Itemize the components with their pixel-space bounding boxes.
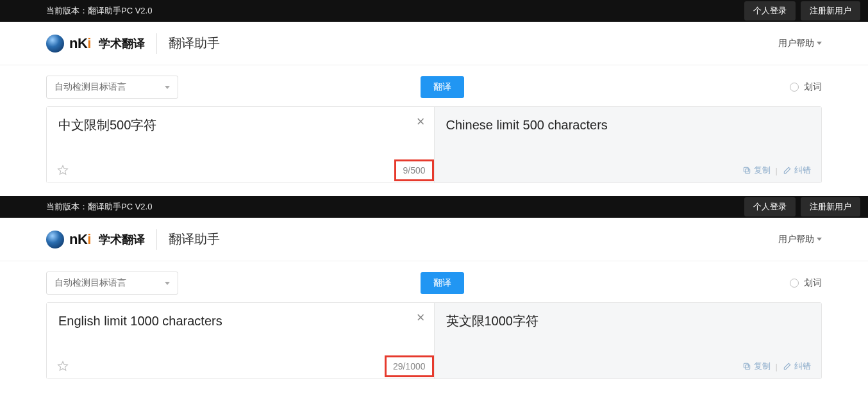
globe-icon [46,231,64,248]
translate-button[interactable]: 翻译 [421,76,464,98]
result-panel: Chinese limit 500 characters 复制 | 纠错 [435,107,822,183]
language-select[interactable]: 自动检测目标语言 [46,76,178,99]
logo-subtitle: 学术翻译 [99,36,145,51]
radio-icon [790,279,799,288]
result-text: 英文限1000字符 [446,312,810,330]
svg-rect-1 [744,167,748,172]
clear-button[interactable]: × [417,311,425,325]
controls-row: 自动检测目标语言 翻译 划词 [46,272,822,295]
copy-icon [742,166,751,175]
language-select[interactable]: 自动检测目标语言 [46,272,178,295]
translate-button[interactable]: 翻译 [421,272,464,294]
edit-icon [783,166,792,175]
edit-icon [783,362,792,371]
app-title: 翻译助手 [169,35,220,52]
result-actions: 复制 | 纠错 [742,361,811,372]
workarea: 自动检测目标语言 翻译 划词 English limit 1000 charac… [0,261,868,392]
copy-button[interactable]: 复制 [742,361,771,372]
workarea: 自动检测目标语言 翻译 划词 中文限制500字符 × 9/500 Chinese… [0,65,868,196]
top-bar: 当前版本：翻译助手PC V2.0 个人登录 注册新用户 [0,196,868,218]
selection-word-toggle[interactable]: 划词 [790,81,822,93]
favorite-star-icon[interactable] [57,165,69,176]
app-title: 翻译助手 [169,231,220,248]
svg-rect-0 [745,169,749,174]
user-help-menu[interactable]: 用户帮助 [778,234,822,245]
clear-button[interactable]: × [417,115,425,129]
char-counter: 9/500 [394,159,433,181]
source-panel[interactable]: English limit 1000 characters × 29/1000 [47,303,435,378]
logo-text: nKi [69,231,91,248]
chevron-down-icon [165,86,170,89]
svg-rect-2 [745,365,749,370]
translation-panels: English limit 1000 characters × 29/1000 … [46,302,822,379]
logo[interactable]: nKi 学术翻译 [46,35,145,53]
translation-panels: 中文限制500字符 × 9/500 Chinese limit 500 char… [46,106,822,183]
register-button[interactable]: 注册新用户 [801,1,860,20]
login-button[interactable]: 个人登录 [744,1,796,20]
separator: | [776,166,778,175]
source-panel[interactable]: 中文限制500字符 × 9/500 [47,107,435,183]
chevron-down-icon [165,282,170,285]
copy-button[interactable]: 复制 [742,165,771,176]
divider [156,33,157,54]
version-label: 当前版本：翻译助手PC V2.0 [46,5,152,17]
svg-rect-3 [744,363,748,368]
user-help-menu[interactable]: 用户帮助 [778,38,822,49]
separator: | [776,362,778,371]
result-actions: 复制 | 纠错 [742,165,811,176]
register-button[interactable]: 注册新用户 [801,197,860,216]
divider [156,229,157,250]
correct-button[interactable]: 纠错 [783,165,811,176]
logo-subtitle: 学术翻译 [99,232,145,247]
source-text[interactable]: English limit 1000 characters [58,312,422,330]
favorite-star-icon[interactable] [57,361,69,372]
version-label: 当前版本：翻译助手PC V2.0 [46,201,152,213]
char-counter: 29/1000 [385,355,434,377]
logo[interactable]: nKi 学术翻译 [46,231,145,248]
controls-row: 自动检测目标语言 翻译 划词 [46,76,822,99]
header: nKi 学术翻译 翻译助手 用户帮助 [0,22,868,65]
result-text: Chinese limit 500 characters [446,116,810,134]
selection-word-toggle[interactable]: 划词 [790,277,822,289]
correct-button[interactable]: 纠错 [783,361,811,372]
copy-icon [742,362,751,371]
logo-text: nKi [69,35,91,52]
header: nKi 学术翻译 翻译助手 用户帮助 [0,218,868,261]
globe-icon [46,35,64,53]
chevron-down-icon [817,238,822,241]
radio-icon [790,83,799,92]
login-button[interactable]: 个人登录 [744,197,796,216]
source-text[interactable]: 中文限制500字符 [58,116,422,134]
top-bar: 当前版本：翻译助手PC V2.0 个人登录 注册新用户 [0,0,868,22]
result-panel: 英文限1000字符 复制 | 纠错 [435,303,822,378]
chevron-down-icon [817,42,822,45]
